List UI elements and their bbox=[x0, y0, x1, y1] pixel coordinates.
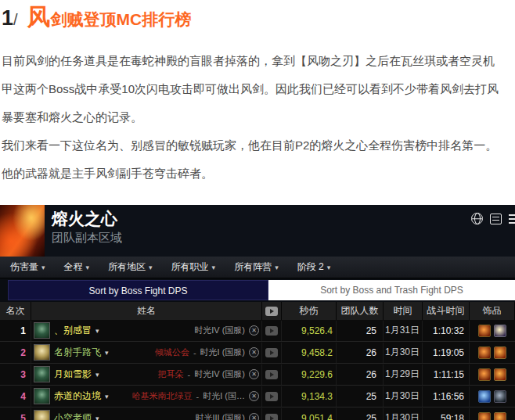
table-row[interactable]: 2 名射手路飞 ▾ 倾城公会 - 时光I (国服) ✕ 9,458.2 26 1… bbox=[0, 342, 515, 364]
globe-icon[interactable] bbox=[471, 213, 483, 224]
col-header-date[interactable]: 时间 bbox=[384, 302, 423, 320]
table-row[interactable]: 4 赤道的边境 ▾ 哈基米南北绿豆 - 时光I (国… ✕ 9,134.3 25… bbox=[0, 386, 515, 407]
zone-title: 熔火之心 bbox=[52, 208, 117, 230]
guild-name[interactable]: 哈基米南北绿豆 bbox=[132, 390, 193, 402]
name-cell: 小空老师 ▾ 时光III (国服) ✕ bbox=[31, 408, 262, 420]
col-header-dps[interactable]: 秒伤 bbox=[282, 302, 337, 320]
name-cell: 、别感冒 ▾ 时光IV (国服) ✕ bbox=[31, 321, 262, 341]
paragraph-line: 他的武器就是主手风剑副手苍穹击碎者。 bbox=[2, 160, 515, 188]
blue-swirl-trinket[interactable] bbox=[478, 390, 491, 403]
player-name[interactable]: 名射手路飞 bbox=[54, 346, 101, 359]
class-avatar bbox=[34, 322, 50, 339]
class-avatar bbox=[34, 366, 50, 382]
orange-oval-trinket[interactable] bbox=[494, 346, 506, 359]
trinkets-cell bbox=[470, 408, 515, 420]
paragraph-line: 甲这两个Boss战中承受10次闪电攻击即可做出风剑。因此我们已经可以看到不少带着… bbox=[2, 75, 515, 103]
chevron-down-icon[interactable]: ▾ bbox=[95, 415, 99, 420]
dark-eye-trinket[interactable] bbox=[494, 390, 506, 403]
youtube-icon[interactable] bbox=[265, 414, 278, 420]
zone-subtitle: 团队副本区域 bbox=[52, 231, 122, 246]
raid-size-cell: 25 bbox=[337, 386, 384, 407]
video-cell[interactable] bbox=[262, 364, 282, 385]
video-cell[interactable] bbox=[262, 386, 282, 407]
orange-oval-trinket[interactable] bbox=[494, 368, 506, 381]
faction-horde-icon: ✕ bbox=[249, 369, 259, 379]
header-icons bbox=[471, 213, 515, 224]
menu-icon[interactable] bbox=[509, 214, 515, 224]
guild-name[interactable]: 把耳朵 bbox=[158, 368, 184, 380]
chevron-down-icon[interactable]: ▾ bbox=[95, 327, 99, 335]
chevron-down-icon[interactable]: ▾ bbox=[105, 349, 109, 357]
rank-cell: 2 bbox=[0, 343, 31, 363]
orange-swirl-trinket[interactable] bbox=[478, 368, 491, 381]
trinkets-cell bbox=[470, 343, 515, 363]
chevron-down-icon[interactable]: ▾ bbox=[95, 371, 99, 379]
video-cell[interactable] bbox=[262, 321, 282, 341]
filter-dropdown[interactable]: 伤害量▾ bbox=[10, 260, 45, 274]
duration-cell: 59:18 bbox=[423, 408, 470, 420]
guild-separator: - bbox=[188, 370, 191, 379]
col-header-duration[interactable]: 战斗时间 bbox=[423, 302, 470, 320]
orange-swirl-trinket[interactable] bbox=[478, 325, 491, 337]
player-name[interactable]: 赤道的边境 bbox=[54, 389, 101, 403]
guild-name[interactable]: 倾城公会 bbox=[155, 346, 189, 358]
col-header-size[interactable]: 团队人数 bbox=[337, 302, 384, 320]
raid-size-cell: 25 bbox=[337, 321, 384, 341]
table-row[interactable]: 1 、别感冒 ▾ 时光IV (国服) ✕ 9,526.4 25 1月31日 1:… bbox=[0, 320, 515, 342]
filter-dropdown[interactable]: 所有职业▾ bbox=[171, 260, 216, 274]
video-cell[interactable] bbox=[262, 343, 282, 363]
zone-header: 熔火之心 团队副本区域 bbox=[0, 205, 515, 257]
table-row[interactable]: 3 月如雪影 ▾ 把耳朵 - 时光IV (国服) ✕ 9,229.6 26 1月… bbox=[0, 364, 515, 386]
table-row[interactable]: 5 小空老师 ▾ 时光III (国服) ✕ 9,051.4 25 1月30日 5… bbox=[0, 407, 515, 420]
paragraph-line: 暴要塞和熔火之心的记录。 bbox=[2, 103, 515, 131]
youtube-icon[interactable] bbox=[265, 326, 278, 336]
chevron-down-icon: ▾ bbox=[41, 264, 45, 271]
player-name[interactable]: 、别感冒 bbox=[54, 324, 92, 337]
tab-sort-boss-dps[interactable]: Sort by Boss Fight DPS bbox=[8, 280, 268, 300]
filter-dropdown[interactable]: 全程▾ bbox=[64, 260, 90, 274]
col-header-video[interactable] bbox=[262, 302, 282, 320]
starburst-trinket[interactable] bbox=[494, 325, 506, 337]
article-heading: 1/风剑贼登顶MC排行榜 bbox=[2, 2, 191, 34]
youtube-icon[interactable] bbox=[265, 348, 278, 357]
orange-oval-trinket[interactable] bbox=[494, 412, 506, 420]
dps-cell: 9,526.4 bbox=[282, 321, 337, 341]
date-cell: 1月29日 bbox=[384, 364, 423, 385]
chevron-down-icon: ▾ bbox=[275, 264, 279, 271]
dps-cell: 9,051.4 bbox=[282, 408, 337, 420]
orange-swirl-trinket[interactable] bbox=[478, 346, 491, 359]
server-name: 时光IV (国服) bbox=[194, 325, 245, 336]
chevron-down-icon: ▾ bbox=[86, 264, 90, 271]
col-header-name[interactable]: 姓名 bbox=[31, 302, 262, 320]
duration-cell: 1:10:32 bbox=[423, 321, 470, 341]
youtube-icon[interactable] bbox=[265, 370, 278, 379]
filter-bar: 伤害量▾全程▾所有地区▾所有职业▾所有阵营▾阶段 2▾ bbox=[0, 257, 515, 278]
list-icon[interactable] bbox=[490, 214, 502, 224]
chevron-down-icon: ▾ bbox=[212, 264, 216, 271]
filter-dropdown[interactable]: 阶段 2▾ bbox=[297, 260, 331, 274]
col-header-rank[interactable]: 名次 bbox=[0, 302, 31, 320]
heading-lead-char: 风 bbox=[27, 4, 51, 30]
col-header-trinkets[interactable]: 饰品 bbox=[470, 302, 515, 320]
dps-cell: 9,458.2 bbox=[282, 343, 337, 363]
duration-cell: 1:16:56 bbox=[423, 386, 470, 407]
filter-dropdown[interactable]: 所有阵营▾ bbox=[234, 260, 279, 274]
paragraph-1: 目前风剑的任务道具是在毒蛇神殿的盲眼者掉落的，拿到【风吻之刃】之后在瓦丝琪或者空… bbox=[2, 47, 515, 131]
tab-sort-boss-trash-dps[interactable]: Sort by Boss and Trash Fight DPS bbox=[268, 280, 515, 300]
orange-swirl-trinket[interactable] bbox=[478, 412, 491, 420]
player-name[interactable]: 月如雪影 bbox=[54, 368, 92, 381]
player-name[interactable]: 小空老师 bbox=[54, 411, 92, 420]
chevron-down-icon: ▾ bbox=[327, 264, 331, 271]
filter-dropdown[interactable]: 所有地区▾ bbox=[108, 260, 153, 274]
date-cell: 1月30日 bbox=[384, 386, 423, 407]
rank-cell: 4 bbox=[0, 386, 31, 407]
chevron-down-icon[interactable]: ▾ bbox=[105, 393, 109, 400]
youtube-icon[interactable] bbox=[265, 392, 278, 401]
server-name: 时光IV (国服) bbox=[194, 368, 245, 380]
video-cell[interactable] bbox=[262, 408, 282, 420]
heading-text: 剑贼登顶MC排行榜 bbox=[51, 10, 192, 28]
server-name: 时光I (国… bbox=[203, 390, 245, 402]
class-avatar bbox=[34, 410, 50, 420]
paragraph-line: 目前风剑的任务道具是在毒蛇神殿的盲眼者掉落的，拿到【风吻之刃】之后在瓦丝琪或者空… bbox=[2, 47, 515, 75]
table-header-row: 名次 姓名 秒伤 团队人数 时间 战斗时间 饰品 bbox=[0, 302, 515, 320]
